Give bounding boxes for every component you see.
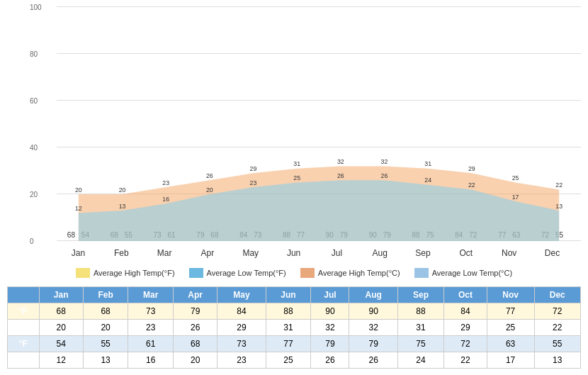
table-month-header: Jun (266, 287, 311, 303)
legend-item: Average High Temp(°C) (300, 268, 400, 278)
table-row: °C202023262931323231292522 (8, 320, 581, 336)
x-label-jun: Jun (272, 245, 315, 262)
table-cell: 20 (174, 352, 217, 369)
table-cell: 90 (311, 303, 349, 320)
table-cell: 79 (349, 336, 397, 352)
legend-color-box (189, 268, 203, 278)
table-month-header: Sep (397, 287, 443, 303)
legend-color-box (414, 268, 429, 278)
x-label-nov: Nov (487, 245, 531, 262)
legend-label: Average High Temp(°C) (318, 269, 400, 277)
main-container: 020406080100 685468557361796884738877907… (0, 0, 588, 369)
table-row-header: °F (8, 336, 40, 352)
legend-color-box (300, 268, 315, 278)
table-cell: 90 (349, 303, 397, 320)
table-cell: 54 (39, 336, 83, 352)
table-row-header: °F (8, 303, 40, 320)
table-cell: 72 (444, 336, 487, 352)
data-table: JanFebMarAprMayJunJulAugSepOctNovDec°F68… (7, 286, 581, 369)
table-cell: 61 (128, 336, 174, 352)
table-cell: 31 (397, 320, 443, 336)
legend-item: Average Low Temp(°F) (189, 268, 286, 278)
table-cell: 29 (217, 320, 266, 336)
table-cell: 31 (266, 320, 311, 336)
table-cell: 84 (217, 303, 266, 320)
x-label-sep: Sep (402, 245, 445, 262)
table-cell: 55 (83, 336, 128, 352)
table-cell: 24 (397, 352, 443, 369)
table-cell: 73 (128, 303, 174, 320)
legend: Average High Temp(°F)Average Low Temp(°F… (7, 262, 581, 284)
table-month-header: Aug (349, 287, 397, 303)
table-cell: 63 (487, 336, 534, 352)
x-label-aug: Aug (358, 245, 402, 262)
table-month-header: Jul (311, 287, 349, 303)
legend-item: Average High Temp(°F) (76, 268, 175, 278)
table-month-header: Apr (174, 287, 217, 303)
table-cell: 32 (311, 320, 349, 336)
table-cell: 32 (349, 320, 397, 336)
table-cell: 68 (174, 336, 217, 352)
x-label-jan: Jan (57, 245, 100, 262)
table-cell: 16 (128, 352, 174, 369)
table-cell: 20 (39, 320, 83, 336)
table-cell: 68 (83, 303, 128, 320)
table-cell: 77 (487, 303, 534, 320)
table-cell: 88 (397, 303, 443, 320)
table-month-header: Mar (128, 287, 174, 303)
table-cell: 23 (128, 320, 174, 336)
table-cell: 22 (444, 352, 487, 369)
x-label-feb: Feb (100, 245, 143, 262)
chart-inner: 020406080100 685468557361796884738877907… (28, 7, 581, 262)
y-axis-label (7, 7, 28, 262)
x-label-oct: Oct (444, 245, 487, 262)
table-cell: 29 (444, 320, 487, 336)
x-label-mar: Mar (143, 245, 186, 262)
x-label-dec: Dec (531, 245, 574, 262)
table-cell: 25 (487, 320, 534, 336)
table-cell: 25 (266, 352, 311, 369)
table-row: °F545561687377797975726355 (8, 336, 581, 352)
x-label-apr: Apr (186, 245, 229, 262)
table-cell: 79 (174, 303, 217, 320)
table-row: °F686873798488909088847772 (8, 303, 581, 320)
table-month-header: Nov (487, 287, 534, 303)
table-cell: 79 (311, 336, 349, 352)
table-month-header: Oct (444, 287, 487, 303)
table-cell: 55 (534, 336, 580, 352)
table-cell: 13 (534, 352, 580, 369)
x-axis: JanFebMarAprMayJunJulAugSepOctNovDec (57, 245, 574, 262)
table-cell: 13 (83, 352, 128, 369)
x-label-may: May (229, 245, 272, 262)
table-corner-header (8, 287, 40, 303)
legend-label: Average Low Temp(°F) (207, 269, 286, 277)
table-row: °C121316202325262624221713 (8, 352, 581, 369)
table-cell: 26 (349, 352, 397, 369)
table-cell: 68 (39, 303, 83, 320)
table-row-header: °C (8, 352, 40, 369)
legend-color-box (76, 268, 90, 278)
bars-container: 6854685573617968847388779079907988758472… (57, 7, 574, 241)
legend-item: Average Low Temp(°C) (414, 268, 512, 278)
table-cell: 73 (217, 336, 266, 352)
table-cell: 20 (83, 320, 128, 336)
chart-area: 020406080100 685468557361796884738877907… (7, 7, 581, 262)
table-cell: 26 (311, 352, 349, 369)
table-cell: 22 (534, 320, 580, 336)
table-month-header: Dec (534, 287, 580, 303)
legend-label: Average Low Temp(°C) (432, 269, 512, 277)
x-label-jul: Jul (315, 245, 358, 262)
table-month-header: Jan (39, 287, 83, 303)
table-row-header: °C (8, 320, 40, 336)
legend-label: Average High Temp(°F) (94, 269, 175, 277)
table-cell: 72 (534, 303, 580, 320)
table-cell: 17 (487, 352, 534, 369)
table-cell: 26 (174, 320, 217, 336)
table-month-header: Feb (83, 287, 128, 303)
table-cell: 84 (444, 303, 487, 320)
table-cell: 77 (266, 336, 311, 352)
table-cell: 23 (217, 352, 266, 369)
table-cell: 75 (397, 336, 443, 352)
table-cell: 88 (266, 303, 311, 320)
table-cell: 12 (39, 352, 83, 369)
